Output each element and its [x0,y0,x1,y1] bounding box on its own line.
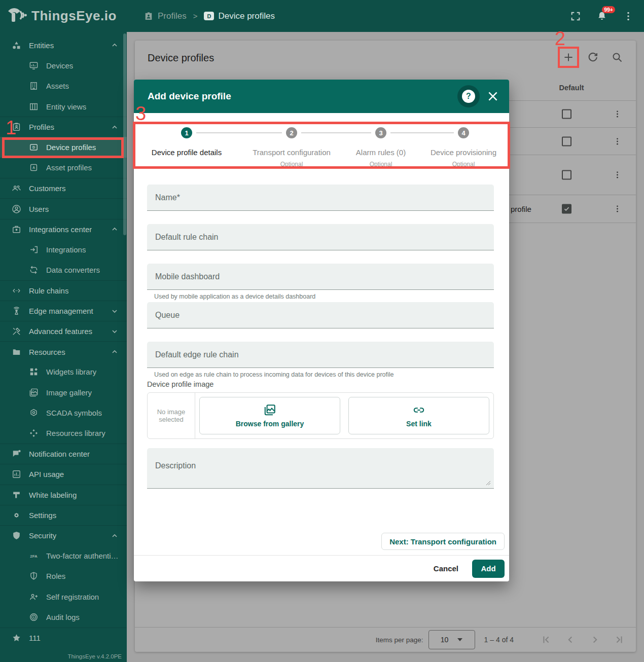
entities-icon [12,41,21,50]
chevron-up-icon[interactable] [111,41,119,49]
logo[interactable]: ThingsEye.io [0,7,127,26]
step-4-circle[interactable]: 4 [458,127,469,138]
breadcrumb-profiles[interactable]: Profiles [144,11,187,21]
sidebar-item-assets[interactable]: Assets [0,76,127,96]
sidebar-item-settings[interactable]: Settings [0,505,127,525]
default-edge-rule-chain-field[interactable]: Default edge rule chain [147,342,494,368]
step-1-label[interactable]: Device profile details [152,148,222,157]
profiles-badge-icon [144,11,154,21]
customers-icon [12,183,21,193]
fullscreen-icon[interactable] [569,10,582,23]
step-2-optional: Optional [280,161,303,168]
sidebar-item-self-registration[interactable]: Self registration [0,586,127,607]
sidebar-item-entities[interactable]: Entities [0,35,127,55]
resources-library-icon [29,428,39,438]
sidebar-item-entity-views[interactable]: Entity views [0,96,127,117]
users-icon [12,204,21,214]
white-labeling-icon [12,490,21,500]
sidebar-item-devices[interactable]: Devices [0,55,127,76]
chevron-down-icon[interactable] [111,327,119,336]
asset-profile-icon: A [29,163,39,172]
sidebar-item-two-factor[interactable]: 2FA Two-factor authenticati… [0,545,127,566]
add-button[interactable]: Add [472,560,505,578]
edge-management-icon [12,306,21,316]
chevron-up-icon[interactable] [111,532,119,540]
step-3-optional: Optional [370,161,392,168]
close-icon[interactable] [486,90,499,103]
sidebar-item-favorites-111[interactable]: 111 [0,628,127,648]
svg-text:D: D [32,145,35,150]
star-icon [12,633,21,643]
step-3-label[interactable]: Alarm rules (0) [356,148,406,157]
sidebar-item-users[interactable]: Users [0,198,127,218]
mobile-dashboard-hint: Used by mobile application as a device d… [154,293,494,300]
sidebar-item-resources[interactable]: Resources [0,341,127,361]
step-3-circle[interactable]: 3 [375,127,386,138]
chevron-down-icon[interactable] [111,307,119,315]
cancel-button[interactable]: Cancel [434,564,458,573]
sidebar-item-customers[interactable]: Customers [0,178,127,198]
queue-field[interactable]: Queue [147,302,494,328]
sidebar-item-device-profiles[interactable]: D Device profiles [0,137,127,157]
stepper: 1 2 3 4 Device profile details Transport… [134,122,509,169]
breadcrumb-device-profiles[interactable]: D Device profiles [204,11,275,21]
app-version: ThingsEye v.4.2.0PE [67,653,122,659]
entity-views-icon [29,102,39,112]
audit-logs-icon [29,612,39,622]
settings-gear-icon [12,510,21,520]
breadcrumb-separator: > [193,12,198,20]
chevron-up-icon[interactable] [111,123,119,131]
default-rule-chain-field[interactable]: Default rule chain [147,224,494,250]
sidebar-item-roles[interactable]: Roles [0,566,127,586]
sidebar-item-integrations-center[interactable]: Integrations center [0,219,127,239]
notifications-bell-icon[interactable]: 99+ [595,10,609,23]
top-header: ThingsEye.io Profiles > D Device profile… [0,0,644,32]
description-field[interactable]: Description [147,448,494,489]
sidebar-item-profiles[interactable]: Profiles [0,117,127,137]
sidebar-item-asset-profiles[interactable]: A Asset profiles [0,158,127,178]
sidebar-item-security[interactable]: Security [0,525,127,545]
step-1-circle[interactable]: 1 [181,127,192,138]
device-profile-image-label: Device profile image [147,380,494,388]
sidebar-item-api-usage[interactable]: API usage [0,464,127,484]
help-button[interactable]: ? [457,85,480,107]
sidebar-item-data-converters[interactable]: Data converters [0,260,127,280]
sidebar-item-white-labeling[interactable]: White labeling [0,485,127,505]
chevron-up-icon[interactable] [111,348,119,356]
link-icon [412,403,425,417]
next-transport-configuration-button[interactable]: Next: Transport configuration [381,533,505,550]
sidebar-item-notification-center[interactable]: Notification center [0,444,127,464]
browse-from-gallery-button[interactable]: Browse from gallery [199,397,340,434]
no-image-placeholder: No image selected [148,393,195,438]
help-icon: ? [462,90,475,103]
sidebar: Entities Devices Assets Entity views Pro… [0,32,127,662]
sidebar-item-widgets-library[interactable]: Widgets library [0,362,127,382]
chevron-up-icon[interactable] [111,225,119,233]
name-field[interactable]: Name* [147,185,494,211]
more-vert-icon[interactable] [622,10,635,23]
resources-folder-icon [12,347,21,357]
device-profile-image-section: No image selected Browse from gallery Se… [147,392,494,439]
sidebar-item-advanced-features[interactable]: Advanced features [0,321,127,341]
mobile-dashboard-field[interactable]: Mobile dashboard [147,264,494,290]
sidebar-item-edge-management[interactable]: Edge management [0,301,127,321]
sidebar-item-resources-library[interactable]: Resources library [0,423,127,444]
resize-handle-icon[interactable] [486,481,491,486]
sidebar-item-scada-symbols[interactable]: SCADA symbols [0,402,127,423]
step-2-circle[interactable]: 2 [286,127,297,138]
notification-center-icon [12,449,21,459]
sidebar-item-audit-logs[interactable]: Audit logs [0,607,127,627]
step-2-label[interactable]: Transport configuration [253,148,331,157]
step-4-label[interactable]: Device provisioning [431,148,496,157]
step-4-optional: Optional [452,161,475,168]
sidebar-item-rule-chains[interactable]: Rule chains [0,280,127,301]
brand-name: ThingsEye.io [31,8,117,24]
device-profile-icon: D [29,142,39,152]
edge-rule-chain-hint: Used on edge as rule chain to process in… [154,371,494,378]
sidebar-item-image-gallery[interactable]: Image gallery [0,382,127,402]
sidebar-item-integrations[interactable]: Integrations [0,239,127,260]
sidebar-scrollbar[interactable] [123,33,126,235]
api-usage-icon [12,469,21,479]
device-profile-chip-icon: D [204,12,214,20]
set-link-button[interactable]: Set link [348,397,489,434]
